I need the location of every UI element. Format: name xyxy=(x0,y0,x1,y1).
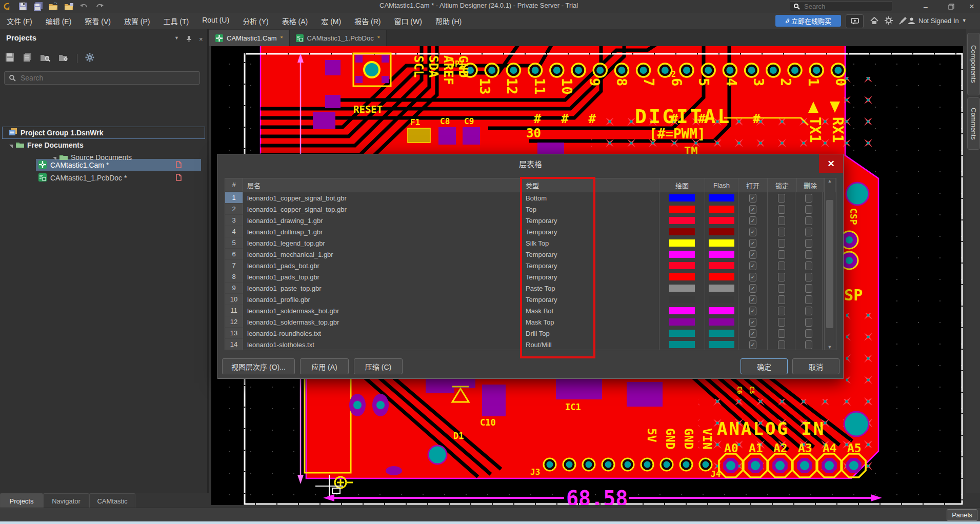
col-locked[interactable]: 锁定 xyxy=(767,178,796,192)
flash-color[interactable] xyxy=(705,271,738,283)
view-order-button[interactable]: 视图层次序 (O)... xyxy=(222,358,295,374)
draw-color[interactable] xyxy=(659,316,705,328)
comments-tab[interactable]: Comments xyxy=(967,97,980,150)
draw-color[interactable] xyxy=(659,260,705,271)
projects-search-input[interactable] xyxy=(19,73,186,83)
doc-tab-pcbdoc[interactable]: CAMtastic1_1.PcbDoc* xyxy=(290,30,387,46)
row-num[interactable]: 8 xyxy=(225,271,243,283)
draw-color[interactable] xyxy=(659,305,705,316)
compile-icon[interactable] xyxy=(23,53,32,64)
open-checkbox[interactable]: ✓ xyxy=(738,260,767,271)
row-num[interactable]: 2 xyxy=(225,204,243,215)
open-checkbox[interactable]: ✓ xyxy=(738,204,767,215)
flash-color[interactable] xyxy=(705,283,738,294)
bottom-tab-projects[interactable]: Projects xyxy=(0,493,43,508)
layer-name[interactable]: leonardo1_pads_top.gbr xyxy=(243,271,521,283)
locked-checkbox[interactable] xyxy=(767,260,795,271)
close-button[interactable]: × xyxy=(960,0,980,13)
layer-name[interactable]: leonardo1_soldermask_top.gbr xyxy=(243,316,521,328)
delete-checkbox[interactable] xyxy=(795,316,823,328)
delete-checkbox[interactable] xyxy=(795,339,823,350)
layer-name[interactable]: leonardo1_soldermask_bot.gbr xyxy=(243,305,521,316)
layer-name[interactable]: leonardo1_paste_top.gbr xyxy=(243,283,521,294)
signin-status[interactable]: Not Signed In ▼ xyxy=(908,15,967,26)
col-draw[interactable]: 绘图 xyxy=(659,178,705,192)
delete-checkbox[interactable] xyxy=(795,328,823,339)
open-checkbox[interactable]: ✓ xyxy=(738,215,767,226)
menu-item[interactable]: Rout (U) xyxy=(195,16,236,26)
draw-color[interactable] xyxy=(659,294,705,305)
redo-icon[interactable] xyxy=(94,2,105,12)
delete-checkbox[interactable] xyxy=(795,260,823,271)
open-checkbox[interactable]: ✓ xyxy=(738,271,767,283)
menu-item[interactable]: 分析 (Y) xyxy=(236,16,275,26)
tree-item-pcb-doc[interactable]: CAMtastic1_1.PcbDoc * xyxy=(0,172,207,184)
flash-color[interactable] xyxy=(705,260,738,271)
delete-checkbox[interactable] xyxy=(795,249,823,260)
flash-color[interactable] xyxy=(705,305,738,316)
flash-color[interactable] xyxy=(705,192,738,204)
compress-button[interactable]: 压缩 (C) xyxy=(354,358,403,374)
feedback-button[interactable] xyxy=(846,14,864,28)
flash-color[interactable] xyxy=(705,328,738,339)
global-search-input[interactable] xyxy=(803,2,882,11)
locked-checkbox[interactable] xyxy=(767,283,795,294)
draw-color[interactable] xyxy=(659,249,705,260)
scroll-thumb[interactable] xyxy=(826,200,833,328)
draw-color[interactable] xyxy=(659,339,705,350)
flash-color[interactable] xyxy=(705,204,738,215)
delete-checkbox[interactable] xyxy=(795,192,823,204)
flash-color[interactable] xyxy=(705,316,738,328)
folder-search-icon[interactable] xyxy=(40,53,51,64)
menu-item[interactable]: 文件 (F) xyxy=(0,16,39,26)
row-num[interactable]: 1 xyxy=(225,192,243,204)
delete-checkbox[interactable] xyxy=(795,226,823,237)
save-project-icon[interactable] xyxy=(5,53,15,64)
open-checkbox[interactable]: ✓ xyxy=(738,316,767,328)
tree-item-workspace[interactable]: Project Group 1.DsnWrk xyxy=(2,127,205,139)
layer-name[interactable]: leonardo1_mechanical_1.gbr xyxy=(243,249,521,260)
open-checkbox[interactable]: ✓ xyxy=(738,283,767,294)
flash-color[interactable] xyxy=(705,249,738,260)
locked-checkbox[interactable] xyxy=(767,339,795,350)
delete-checkbox[interactable] xyxy=(795,305,823,316)
draw-color[interactable] xyxy=(659,283,705,294)
save-all-icon[interactable] xyxy=(33,2,43,12)
menu-item[interactable]: 宏 (M) xyxy=(314,16,348,26)
layer-name[interactable]: leonardo1_drillmap_1.gbr xyxy=(243,226,521,237)
delete-checkbox[interactable] xyxy=(795,215,823,226)
menu-item[interactable]: 帮助 (H) xyxy=(429,16,468,26)
open-checkbox[interactable]: ✓ xyxy=(738,237,767,249)
col-open[interactable]: 打开 xyxy=(738,178,767,192)
save-icon[interactable] xyxy=(17,2,28,12)
col-flash[interactable]: Flash xyxy=(705,178,738,192)
home-icon[interactable] xyxy=(869,15,880,26)
delete-checkbox[interactable] xyxy=(795,294,823,305)
tree-item-cam-doc[interactable]: CAMtastic1.Cam * xyxy=(0,159,207,171)
minimize-button[interactable]: – xyxy=(914,0,937,13)
draw-color[interactable] xyxy=(659,237,705,249)
layer-name[interactable]: leonardo1_legend_top.gbr xyxy=(243,237,521,249)
draw-color[interactable] xyxy=(659,271,705,283)
scroll-up-icon[interactable]: ▲ xyxy=(828,178,832,184)
ok-button[interactable]: 确定 xyxy=(741,358,788,374)
flash-color[interactable] xyxy=(705,339,738,350)
locked-checkbox[interactable] xyxy=(767,271,795,283)
row-num[interactable]: 5 xyxy=(225,237,243,249)
bottom-tab-navigator[interactable]: Navigator xyxy=(43,493,89,508)
row-num[interactable]: 7 xyxy=(225,260,243,271)
row-num[interactable]: 4 xyxy=(225,226,243,237)
global-search-box[interactable] xyxy=(790,1,892,11)
draw-color[interactable] xyxy=(659,215,705,226)
expand-arrow-icon[interactable] xyxy=(9,145,13,148)
open-checkbox[interactable]: ✓ xyxy=(738,192,767,204)
row-num[interactable]: 9 xyxy=(225,283,243,294)
undo-icon[interactable] xyxy=(79,2,89,12)
flash-color[interactable] xyxy=(705,215,738,226)
tree-item-free-documents[interactable]: Free Documents xyxy=(0,139,207,151)
locked-checkbox[interactable] xyxy=(767,237,795,249)
layer-name[interactable]: leonardo1_pads_bot.gbr xyxy=(243,260,521,271)
layer-name[interactable]: leonardo1-roundholes.txt xyxy=(243,328,521,339)
locked-checkbox[interactable] xyxy=(767,316,795,328)
locked-checkbox[interactable] xyxy=(767,226,795,237)
